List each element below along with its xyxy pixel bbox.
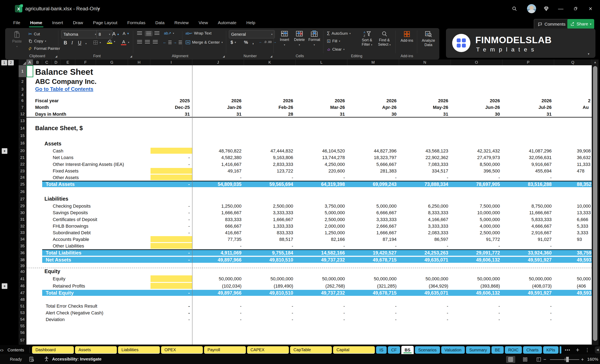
underline-button[interactable]: U: [78, 40, 82, 46]
new-sheet-button[interactable]: +: [576, 346, 580, 354]
row-header-51[interactable]: 51: [19, 303, 26, 309]
column-header-L[interactable]: L: [296, 60, 347, 65]
fill-color-button[interactable]: ▾: [107, 39, 115, 44]
cell[interactable]: -: [399, 243, 451, 249]
decrease-indent-button[interactable]: ←: [163, 40, 172, 45]
cell[interactable]: 2,916,667: [502, 229, 554, 236]
page-layout-view-button[interactable]: [521, 356, 530, 363]
cell[interactable]: 49,810,510: [244, 256, 296, 264]
cell[interactable]: 42,321,432: [451, 147, 502, 154]
row-header-55[interactable]: 55: [19, 323, 26, 329]
cell[interactable]: -: [451, 309, 502, 316]
row-header-27[interactable]: 27: [19, 196, 26, 203]
cell[interactable]: 49,678,715: [347, 289, 399, 296]
cell[interactable]: 50,000,000: [502, 275, 554, 282]
addins-button[interactable]: Add-ins: [398, 31, 415, 43]
cell[interactable]: -: [296, 316, 347, 323]
increase-decimal-button[interactable]: ←.0: [259, 40, 266, 44]
row-header-40[interactable]: 40: [19, 268, 26, 275]
cell[interactable]: 4,250,000: [296, 161, 347, 168]
sheet-tab-CapTable[interactable]: CapTable: [290, 346, 332, 354]
cell[interactable]: -: [502, 174, 554, 181]
cell[interactable]: (321,285): [347, 282, 399, 289]
outline-level-2[interactable]: 2: [8, 60, 14, 65]
paste-button[interactable]: Paste▾: [10, 31, 24, 49]
row-header-46[interactable]: 46: [19, 282, 26, 289]
cell[interactable]: 2025: [150, 97, 192, 104]
display-settings-icon[interactable]: [29, 356, 34, 362]
row-header-30[interactable]: 30: [19, 209, 26, 216]
row-header-35[interactable]: 35: [19, 243, 26, 249]
cell[interactable]: -: [502, 303, 554, 309]
cell[interactable]: 31: [502, 111, 554, 118]
cell[interactable]: 49,737,232: [296, 289, 347, 296]
cell[interactable]: (406: [577, 282, 586, 289]
zoom-slider-thumb[interactable]: [566, 357, 569, 362]
row-header-13[interactable]: 13: [19, 118, 26, 124]
cell[interactable]: 88,352,: [577, 181, 592, 188]
cell[interactable]: 50,000: [577, 275, 591, 282]
row-header-48[interactable]: 48: [19, 296, 26, 303]
input-cell[interactable]: [150, 243, 192, 249]
cell[interactable]: 2,000,000: [296, 223, 347, 229]
cell[interactable]: -: [347, 309, 399, 316]
zoom-percentage[interactable]: 160%: [587, 357, 598, 362]
input-cell[interactable]: [150, 174, 192, 181]
column-header-B[interactable]: B: [33, 60, 42, 65]
row-header-26[interactable]: 26: [19, 188, 26, 196]
cell[interactable]: 396,500: [451, 168, 502, 174]
menu-automate[interactable]: Automate: [213, 17, 242, 28]
cell[interactable]: 1,250,000: [192, 203, 244, 209]
cell[interactable]: -: [244, 174, 296, 181]
cell[interactable]: 24,253,263: [399, 249, 451, 256]
sheet-tab-CAPEX[interactable]: CAPEX: [247, 346, 289, 354]
merge-center-button[interactable]: Merge & Center▾: [186, 40, 223, 45]
cell[interactable]: 31: [150, 111, 192, 118]
cell[interactable]: 2026: [399, 97, 451, 104]
align-middle-button[interactable]: [145, 31, 152, 36]
cell[interactable]: -: [296, 243, 347, 249]
accessibility-status[interactable]: Accessibility: Investigate: [52, 357, 102, 362]
cell[interactable]: Jun-26: [451, 104, 502, 111]
cell[interactable]: -: [150, 303, 192, 309]
cell[interactable]: 49,167: [192, 168, 244, 174]
sheet-tab-Valuation[interactable]: Valuation: [441, 346, 465, 354]
menu-home[interactable]: Home: [25, 17, 47, 28]
cell[interactable]: -: [502, 243, 554, 249]
cell[interactable]: 7,083,333: [399, 161, 451, 168]
cell[interactable]: Jan-26: [192, 104, 244, 111]
cell[interactable]: 6,250,000: [399, 203, 451, 209]
cell[interactable]: -: [347, 303, 399, 309]
column-header-Q[interactable]: Q: [554, 60, 592, 65]
cut-button[interactable]: ✂ Cut: [28, 31, 40, 37]
cell[interactable]: 43,568,123: [399, 147, 451, 154]
cell[interactable]: -: [296, 303, 347, 309]
row-header-38[interactable]: 38: [19, 256, 26, 264]
cell[interactable]: 27,479,973: [451, 154, 502, 161]
cell[interactable]: 4,000,000: [451, 223, 502, 229]
cell[interactable]: 478: [577, 168, 584, 174]
cell[interactable]: 49,635,071: [399, 289, 451, 296]
cell[interactable]: 3,333,333: [244, 209, 296, 216]
cell[interactable]: Feb-26: [244, 104, 296, 111]
accounting-format-button[interactable]: $ ▾: [231, 40, 236, 45]
cell[interactable]: 91,772: [451, 236, 502, 243]
cell[interactable]: 1,666,667: [192, 209, 244, 216]
vertical-scroll-thumb[interactable]: [593, 66, 597, 341]
align-top-button[interactable]: [137, 31, 142, 35]
cell[interactable]: 54,809,035: [192, 181, 244, 188]
cell[interactable]: 91,027: [502, 236, 554, 243]
cell[interactable]: 2,083,333: [399, 229, 451, 236]
sheet-tab-Liabilities[interactable]: Liabilities: [118, 346, 160, 354]
cell[interactable]: 93: [577, 236, 582, 243]
sheet-tab-Contents[interactable]: Contents: [4, 346, 27, 354]
cell[interactable]: 1,250,000: [296, 229, 347, 236]
cell[interactable]: 49,897,966: [192, 289, 244, 296]
cell[interactable]: -: [502, 316, 554, 323]
scroll-up-arrow-icon[interactable]: ▲: [592, 60, 599, 64]
tabs-next-arrow[interactable]: ›: [2, 347, 4, 353]
cell[interactable]: 10,000,000: [451, 209, 502, 216]
close-button[interactable]: ×: [586, 4, 595, 13]
row-header-47[interactable]: 47: [19, 289, 26, 296]
cell[interactable]: -: [150, 209, 192, 216]
